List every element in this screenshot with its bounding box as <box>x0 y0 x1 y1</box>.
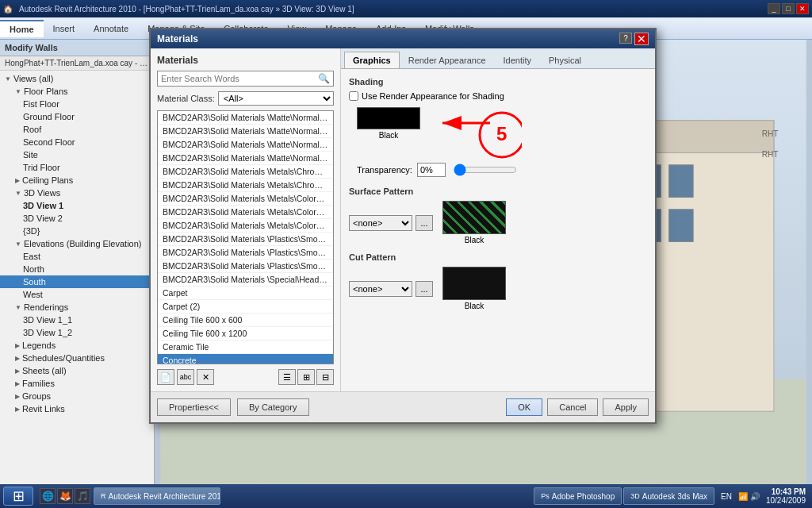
material-item-concrete[interactable]: Concrete <box>158 354 333 364</box>
material-item-tile1200[interactable]: Ceiling Tile 600 x 1200 <box>158 327 333 341</box>
tab-graphics[interactable]: Graphics <box>344 52 400 68</box>
tree-west[interactable]: West <box>0 288 154 301</box>
project-label: HongPhat+TT-TrienLam_da.xoa cay - Proje.… <box>0 56 154 71</box>
tree-3d-view-2[interactable]: 3D View 2 <box>0 212 154 225</box>
tab-identity[interactable]: Identity <box>495 52 540 68</box>
surface-pattern-options-btn[interactable]: ... <box>416 215 433 231</box>
material-item-0[interactable]: BMCD2AR3\Solid Materials \Matte\Normal\B… <box>158 111 333 125</box>
material-item-3[interactable]: BMCD2AR3\Solid Materials \Matte\Normal\T… <box>158 152 333 165</box>
tree-fist-floor[interactable]: Fist Floor <box>0 98 154 110</box>
tree-floor-plans[interactable]: ▼ Floor Plans <box>0 85 154 98</box>
tree-legends[interactable]: ▶ Legends <box>0 339 154 352</box>
view-grid-large-button[interactable]: ⊟ <box>316 369 334 385</box>
transparency-input[interactable] <box>417 163 446 177</box>
by-category-button[interactable]: By Category <box>237 398 309 416</box>
tree-renderings[interactable]: ▼ Renderings <box>0 301 154 314</box>
material-item-carpet2[interactable]: Carpet (2) <box>158 300 333 314</box>
tab-annotate[interactable]: Annotate <box>84 21 138 37</box>
taskbar-item-3ds[interactable]: 3D Autodesk 3ds Max <box>623 487 714 505</box>
tab-render-appearance[interactable]: Render Appearance <box>400 52 495 68</box>
tree-ground-floor[interactable]: Ground Floor <box>0 110 154 123</box>
tree-schedules[interactable]: ▶ Schedules/Quantities <box>0 352 154 364</box>
tree-north[interactable]: North <box>0 263 154 275</box>
shading-color-swatch[interactable] <box>357 107 420 129</box>
ie-icon[interactable]: 🌐 <box>40 488 56 504</box>
mat-add-button[interactable]: 📄 <box>157 369 174 385</box>
mat-copy-button[interactable]: abc <box>177 369 194 385</box>
maximize-button[interactable]: □ <box>782 3 795 14</box>
material-item-4[interactable]: BMCD2AR3\Solid Materials \Metals\Chrome,… <box>158 165 333 179</box>
properties-button[interactable]: Properties<< <box>157 398 231 416</box>
taskbar-item-ps[interactable]: Ps Adobe Photoshop <box>534 487 622 505</box>
view-list-button[interactable]: ☰ <box>278 369 296 385</box>
firefox-icon[interactable]: 🦊 <box>57 488 73 504</box>
tree-roof[interactable]: Roof <box>0 123 154 136</box>
windows-icon: ⊞ <box>13 487 25 505</box>
material-item-10[interactable]: BMCD2AR3\Solid Materials \Plastics\Smoot… <box>158 246 333 260</box>
close-button[interactable]: ✕ <box>796 3 809 14</box>
tree-site[interactable]: Site <box>0 148 154 161</box>
material-item-12[interactable]: BMCD2AR3\Solid Materials \Special\Headli… <box>158 273 333 287</box>
cut-pattern-select[interactable]: <none> <box>349 281 412 297</box>
material-item-11[interactable]: BMCD2AR3\Solid Materials \Plastics\Smoot… <box>158 260 333 273</box>
tree-families[interactable]: ▶ Families <box>0 377 154 390</box>
material-item-5[interactable]: BMCD2AR3\Solid Materials \Metals\Chrome,… <box>158 179 333 192</box>
tab-bar: Graphics Render Appearance Identity Phys… <box>341 48 655 69</box>
tree-trid-floor[interactable]: Trid Floor <box>0 161 154 174</box>
tree-groups[interactable]: ▶ Groups <box>0 390 154 402</box>
material-item-2[interactable]: BMCD2AR3\Solid Materials \Matte\Normal\G… <box>158 138 333 152</box>
tree-views-all[interactable]: ▼ Views (all) <box>0 72 154 85</box>
mat-toolbar-right: ☰ ⊞ ⊟ <box>278 369 334 385</box>
tree-second-floor[interactable]: Second Floor <box>0 136 154 148</box>
material-item-carpet[interactable]: Carpet <box>158 287 333 300</box>
cut-pattern-preview <box>442 267 506 300</box>
tree-elevations[interactable]: ▼ Elevations (Building Elevation) <box>0 237 154 250</box>
tree-3d-views[interactable]: ▼ 3D Views <box>0 187 154 199</box>
tree-sheets[interactable]: ▶ Sheets (all) <box>0 364 154 377</box>
svg-text:5: 5 <box>496 123 507 144</box>
tree-east[interactable]: East <box>0 250 154 263</box>
tab-insert[interactable]: Insert <box>44 21 85 37</box>
material-item-tile600[interactable]: Ceiling Tile 600 x 600 <box>158 314 333 327</box>
tree-3d[interactable]: {3D} <box>0 225 154 237</box>
mat-delete-button[interactable]: ✕ <box>197 369 214 385</box>
surface-pattern-select[interactable]: <none> <box>349 215 412 231</box>
use-render-checkbox[interactable] <box>349 91 358 101</box>
material-item-9[interactable]: BMCD2AR3\Solid Materials \Plastics\Smoot… <box>158 233 333 246</box>
tree-3d-view-1-1[interactable]: 3D View 1_1 <box>0 314 154 326</box>
minimize-button[interactable]: _ <box>768 3 780 14</box>
start-button[interactable]: ⊞ <box>3 487 33 506</box>
transparency-slider[interactable] <box>454 164 517 175</box>
tree-ceiling-plans[interactable]: ▶ Ceiling Plans <box>0 174 154 187</box>
material-class-row: Material Class: <All> <box>157 91 334 106</box>
tree-south[interactable]: South <box>0 275 154 288</box>
material-item-ceramic[interactable]: Ceramic Tile <box>158 341 333 354</box>
tree-3d-view-1-2[interactable]: 3D View 1_2 <box>0 326 154 339</box>
apply-button[interactable]: Apply <box>603 398 649 416</box>
dialog-close-button[interactable]: ✕ <box>634 33 649 45</box>
tree-3d-view-1[interactable]: 3D View 1 <box>0 199 154 212</box>
tree-revit-links[interactable]: ▶ Revit Links <box>0 402 154 415</box>
footer-left: Properties<< By Category <box>157 398 309 416</box>
material-item-6[interactable]: BMCD2AR3\Solid Materials \Metals\Colors\… <box>158 192 333 206</box>
cut-pattern-options-btn[interactable]: ... <box>416 281 433 297</box>
tab-physical[interactable]: Physical <box>540 52 590 68</box>
cancel-button[interactable]: Cancel <box>547 398 598 416</box>
dialog-help[interactable]: ? <box>619 33 632 44</box>
surface-pattern-section: Surface Pattern <none> ... Black <box>349 187 647 244</box>
svg-rect-12 <box>669 210 694 242</box>
taskbar-item-revit[interactable]: R Autodesk Revit Architecture 2010 <box>94 487 220 505</box>
tray-icons: 📶 🔊 <box>738 492 760 501</box>
dialog-footer: Properties<< By Category OK Cancel Apply <box>151 391 655 422</box>
material-item-1[interactable]: BMCD2AR3\Solid Materials \Matte\Normal\G… <box>158 125 333 138</box>
tab-home[interactable]: Home <box>0 20 44 37</box>
dialog-title-text: Materials <box>157 33 198 44</box>
clock-date: 10/24/2009 <box>766 496 806 505</box>
search-input[interactable] <box>161 74 318 83</box>
ok-button[interactable]: OK <box>506 398 542 416</box>
material-item-8[interactable]: BMCD2AR3\Solid Materials \Metals\Colors\… <box>158 219 333 233</box>
material-item-7[interactable]: BMCD2AR3\Solid Materials \Metals\Colors\… <box>158 206 333 219</box>
material-class-select[interactable]: <All> <box>218 91 334 106</box>
view-grid-small-button[interactable]: ⊞ <box>297 369 315 385</box>
media-icon[interactable]: 🎵 <box>75 488 90 504</box>
